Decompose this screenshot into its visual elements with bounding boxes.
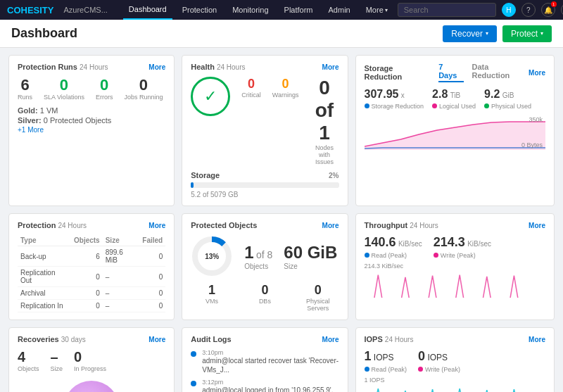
- iops-metrics: 1 IOPS Read (Peak) 0 IOPS Write (Peak): [365, 349, 546, 374]
- col-size: Size: [103, 235, 140, 246]
- jobs-label: Jobs Running: [124, 94, 163, 101]
- critical-label: Critical: [241, 91, 261, 99]
- more-policies-link[interactable]: +1 More: [18, 126, 165, 134]
- physical-used-metric: 9.2 GiB Physical Used: [484, 88, 531, 110]
- recover-button[interactable]: Recover ▾: [443, 25, 497, 42]
- recoveries-title: Recoveries 30 days More: [18, 335, 165, 343]
- po-breakdown: 1 VMs 0 DBs 0 Physical Servers: [191, 283, 339, 312]
- list-item: 3:10pm admin@local started recover task …: [191, 349, 339, 374]
- audit-content: 3:12pm admin@local logged in from '10.96…: [202, 379, 333, 392]
- policies-section: Gold: 1 VM Silver: 0 Protected Objects +…: [18, 106, 165, 134]
- nav-monitoring[interactable]: Monitoring: [227, 0, 274, 20]
- iops-card: IOPS 24 Hours More 1 IOPS Read (Peak) 0 …: [355, 327, 555, 392]
- rec-objects: 4 Objects: [18, 349, 39, 372]
- throughput-more[interactable]: More: [529, 222, 545, 229]
- health-more[interactable]: More: [322, 63, 339, 71]
- table-row: Replication Out 0 – 0: [18, 267, 165, 287]
- health-title: Health 24 Hours More: [191, 63, 339, 71]
- protection-runs-more[interactable]: More: [148, 63, 165, 71]
- runs-stat: 6 Runs: [18, 77, 32, 101]
- donut-chart: 13%: [191, 235, 233, 277]
- warnings-label: Warnings: [272, 91, 299, 99]
- donut-label: 13%: [205, 253, 219, 260]
- audit-logs-more[interactable]: More: [322, 336, 339, 343]
- po-dbs: 0 DBs: [244, 283, 286, 312]
- audit-logs-title: Audit Logs More: [191, 335, 339, 343]
- notification-badge: 1: [551, 1, 557, 7]
- nav-admin[interactable]: Admin: [323, 0, 356, 20]
- storage-dot: [365, 103, 369, 108]
- logical-used-metric: 2.8 TiB Logical Used: [432, 88, 476, 110]
- search-input[interactable]: [398, 3, 496, 17]
- help-icon[interactable]: ?: [521, 3, 536, 17]
- health-card: Health 24 Hours More ✓ 0 Critical 0 Warn…: [182, 55, 348, 206]
- user-icon[interactable]: H: [502, 3, 516, 17]
- logo[interactable]: COHESITY: [7, 5, 53, 15]
- policy-gold: Gold: 1 VM: [18, 106, 165, 115]
- storage-reduction-more[interactable]: More: [529, 69, 545, 77]
- throughput-metrics: 140.6 KiB/sec Read (Peak) 214.3 KiB/sec …: [365, 235, 546, 260]
- header-bar: Dashboard Recover ▾ Protect ▾: [0, 20, 563, 48]
- col-type: Type: [18, 235, 71, 246]
- storage-tabs: 7 Days Data Reduction: [438, 63, 529, 82]
- nav-protection[interactable]: Protection: [177, 0, 223, 20]
- errors-value: 0: [96, 77, 113, 94]
- nav-dashboard[interactable]: Dashboard: [123, 0, 172, 20]
- table-row: Replication In 0 – 0: [18, 300, 165, 312]
- logical-dot: [432, 103, 437, 108]
- tp-read: 140.6 KiB/sec Read (Peak): [365, 235, 422, 260]
- nodes-value: 0 of 1: [310, 77, 339, 144]
- iops-title: IOPS 24 Hours More: [365, 335, 546, 343]
- tab-7days[interactable]: 7 Days: [438, 63, 463, 82]
- product-name: AzureCMS...: [63, 6, 107, 14]
- audit-logs-card: Audit Logs More 3:10pm admin@local start…: [182, 327, 348, 392]
- table-row: Back-up 6 899.6 MiB 0: [18, 246, 165, 267]
- critical-value: 0: [241, 77, 261, 91]
- col-objects: Objects: [71, 235, 103, 246]
- tp-chart-label: 214.3 KiB/sec: [365, 263, 546, 270]
- protection-more[interactable]: More: [148, 222, 165, 229]
- health-check-icon: ✓: [204, 87, 217, 106]
- storage-chart: 350k 0 Bytes: [365, 115, 546, 150]
- protection-card: Protection 24 Hours More Type Objects Si…: [8, 213, 175, 320]
- protect-chevron-icon: ▾: [540, 30, 543, 37]
- chevron-down-icon: ▾: [385, 7, 388, 13]
- recoveries-more[interactable]: More: [148, 336, 165, 343]
- iops-more[interactable]: More: [529, 336, 545, 343]
- storage-reduction-metric: 307.95 x Storage Reduction: [365, 88, 424, 110]
- tp-write: 214.3 KiB/sec Write (Peak): [434, 235, 491, 260]
- nav-more[interactable]: More ▾: [360, 0, 393, 20]
- errors-stat: 0 Errors: [96, 77, 113, 101]
- physical-dot: [484, 103, 489, 108]
- po-vms: 1 VMs: [191, 283, 232, 312]
- health-content: ✓ 0 Critical 0 Warnings 0 of 1 Nodes wit…: [191, 77, 339, 165]
- storage-section: Storage 2% 5.2 of 5079 GB: [191, 171, 339, 198]
- iops-chart: 1 IOPS 0 IOPS: [365, 377, 546, 392]
- protection-table: Type Objects Size Failed Back-up 6 899.6…: [18, 235, 165, 312]
- iops-write: 0 IOPS Write (Peak): [418, 349, 460, 374]
- protection-runs-title: Protection Runs 24 Hours More: [18, 63, 165, 71]
- protection-title: Protection 24 Hours More: [18, 221, 165, 229]
- sla-label: SLA Violations: [44, 94, 84, 101]
- iops-write-dot: [418, 367, 423, 372]
- storage-metrics: 307.95 x Storage Reduction 2.8 TiB Logic…: [365, 88, 546, 110]
- throughput-card: Throughput 24 Hours More 140.6 KiB/sec R…: [355, 213, 555, 320]
- runs-label: Runs: [18, 94, 32, 101]
- protected-objects-more[interactable]: More: [322, 222, 339, 229]
- po-counts: 1 of 8 Objects 60 GiB Size: [244, 243, 337, 270]
- sla-value: 0: [44, 77, 84, 94]
- jobs-stat: 0 Jobs Running: [124, 77, 163, 101]
- topnav-right: H ? 🔔 1 ⚙: [398, 3, 563, 17]
- tab-data-reduction[interactable]: Data Reduction: [472, 63, 529, 82]
- recover-chevron-icon: ▾: [486, 30, 488, 37]
- storage-fill: [191, 182, 194, 188]
- header-actions: Recover ▾ Protect ▾: [443, 25, 552, 42]
- svg-marker-0: [365, 122, 546, 150]
- nav-platform[interactable]: Platform: [279, 0, 319, 20]
- po-physical: 0 Physical Servers: [297, 283, 339, 312]
- storage-reduction-title: Storage Reduction 7 Days Data Reduction …: [365, 63, 546, 82]
- storage-title: Storage 2%: [191, 171, 339, 179]
- protect-button[interactable]: Protect ▾: [502, 25, 552, 42]
- critical-stat: 0 Critical: [241, 77, 261, 165]
- notifications-icon[interactable]: 🔔 1: [541, 3, 555, 17]
